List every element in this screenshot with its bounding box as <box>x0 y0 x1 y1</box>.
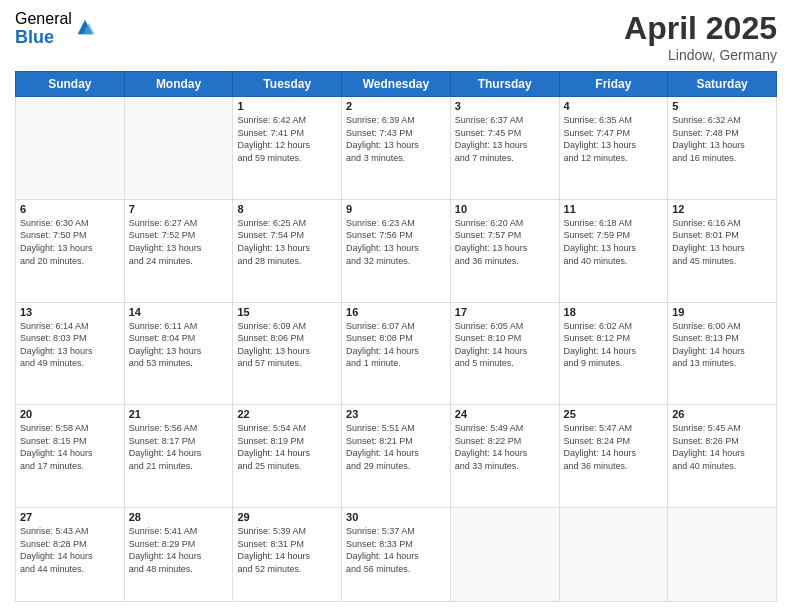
calendar-week-row: 20Sunrise: 5:58 AM Sunset: 8:15 PM Dayli… <box>16 405 777 508</box>
day-info: Sunrise: 5:54 AM Sunset: 8:19 PM Dayligh… <box>237 422 337 472</box>
calendar-day-cell: 7Sunrise: 6:27 AM Sunset: 7:52 PM Daylig… <box>124 199 233 302</box>
day-number: 14 <box>129 306 229 318</box>
calendar-table: SundayMondayTuesdayWednesdayThursdayFrid… <box>15 71 777 602</box>
calendar-day-cell: 23Sunrise: 5:51 AM Sunset: 8:21 PM Dayli… <box>342 405 451 508</box>
calendar-day-cell: 3Sunrise: 6:37 AM Sunset: 7:45 PM Daylig… <box>450 97 559 200</box>
day-info: Sunrise: 5:39 AM Sunset: 8:31 PM Dayligh… <box>237 525 337 575</box>
calendar-day-cell: 20Sunrise: 5:58 AM Sunset: 8:15 PM Dayli… <box>16 405 125 508</box>
day-number: 22 <box>237 408 337 420</box>
calendar-day-cell: 29Sunrise: 5:39 AM Sunset: 8:31 PM Dayli… <box>233 508 342 602</box>
day-info: Sunrise: 6:14 AM Sunset: 8:03 PM Dayligh… <box>20 320 120 370</box>
calendar-day-cell: 21Sunrise: 5:56 AM Sunset: 8:17 PM Dayli… <box>124 405 233 508</box>
page: General Blue April 2025 Lindow, Germany … <box>0 0 792 612</box>
day-info: Sunrise: 6:25 AM Sunset: 7:54 PM Dayligh… <box>237 217 337 267</box>
calendar-day-cell: 1Sunrise: 6:42 AM Sunset: 7:41 PM Daylig… <box>233 97 342 200</box>
calendar-day-cell: 24Sunrise: 5:49 AM Sunset: 8:22 PM Dayli… <box>450 405 559 508</box>
day-number: 24 <box>455 408 555 420</box>
day-info: Sunrise: 5:51 AM Sunset: 8:21 PM Dayligh… <box>346 422 446 472</box>
day-number: 27 <box>20 511 120 523</box>
day-number: 20 <box>20 408 120 420</box>
day-info: Sunrise: 6:30 AM Sunset: 7:50 PM Dayligh… <box>20 217 120 267</box>
day-info: Sunrise: 5:47 AM Sunset: 8:24 PM Dayligh… <box>564 422 664 472</box>
day-header-monday: Monday <box>124 72 233 97</box>
day-number: 15 <box>237 306 337 318</box>
calendar-week-row: 27Sunrise: 5:43 AM Sunset: 8:28 PM Dayli… <box>16 508 777 602</box>
calendar-day-cell <box>16 97 125 200</box>
day-info: Sunrise: 6:09 AM Sunset: 8:06 PM Dayligh… <box>237 320 337 370</box>
header: General Blue April 2025 Lindow, Germany <box>15 10 777 63</box>
day-number: 25 <box>564 408 664 420</box>
day-number: 17 <box>455 306 555 318</box>
day-header-saturday: Saturday <box>668 72 777 97</box>
day-number: 10 <box>455 203 555 215</box>
day-info: Sunrise: 6:32 AM Sunset: 7:48 PM Dayligh… <box>672 114 772 164</box>
day-number: 11 <box>564 203 664 215</box>
day-header-friday: Friday <box>559 72 668 97</box>
calendar-day-cell: 11Sunrise: 6:18 AM Sunset: 7:59 PM Dayli… <box>559 199 668 302</box>
day-header-thursday: Thursday <box>450 72 559 97</box>
calendar-day-cell: 5Sunrise: 6:32 AM Sunset: 7:48 PM Daylig… <box>668 97 777 200</box>
calendar-day-cell: 9Sunrise: 6:23 AM Sunset: 7:56 PM Daylig… <box>342 199 451 302</box>
day-info: Sunrise: 6:35 AM Sunset: 7:47 PM Dayligh… <box>564 114 664 164</box>
calendar-day-cell: 25Sunrise: 5:47 AM Sunset: 8:24 PM Dayli… <box>559 405 668 508</box>
day-number: 4 <box>564 100 664 112</box>
day-number: 28 <box>129 511 229 523</box>
calendar-day-cell: 18Sunrise: 6:02 AM Sunset: 8:12 PM Dayli… <box>559 302 668 405</box>
day-number: 30 <box>346 511 446 523</box>
day-info: Sunrise: 5:37 AM Sunset: 8:33 PM Dayligh… <box>346 525 446 575</box>
logo: General Blue <box>15 10 96 47</box>
day-number: 3 <box>455 100 555 112</box>
day-info: Sunrise: 5:58 AM Sunset: 8:15 PM Dayligh… <box>20 422 120 472</box>
day-info: Sunrise: 6:02 AM Sunset: 8:12 PM Dayligh… <box>564 320 664 370</box>
calendar-day-cell <box>124 97 233 200</box>
calendar-day-cell: 19Sunrise: 6:00 AM Sunset: 8:13 PM Dayli… <box>668 302 777 405</box>
day-number: 6 <box>20 203 120 215</box>
calendar-day-cell: 17Sunrise: 6:05 AM Sunset: 8:10 PM Dayli… <box>450 302 559 405</box>
day-number: 19 <box>672 306 772 318</box>
calendar-day-cell: 2Sunrise: 6:39 AM Sunset: 7:43 PM Daylig… <box>342 97 451 200</box>
day-number: 18 <box>564 306 664 318</box>
day-number: 21 <box>129 408 229 420</box>
day-header-wednesday: Wednesday <box>342 72 451 97</box>
day-header-sunday: Sunday <box>16 72 125 97</box>
calendar-week-row: 1Sunrise: 6:42 AM Sunset: 7:41 PM Daylig… <box>16 97 777 200</box>
day-info: Sunrise: 5:43 AM Sunset: 8:28 PM Dayligh… <box>20 525 120 575</box>
day-number: 12 <box>672 203 772 215</box>
calendar-day-cell: 27Sunrise: 5:43 AM Sunset: 8:28 PM Dayli… <box>16 508 125 602</box>
day-number: 26 <box>672 408 772 420</box>
day-number: 29 <box>237 511 337 523</box>
day-number: 23 <box>346 408 446 420</box>
calendar-day-cell: 15Sunrise: 6:09 AM Sunset: 8:06 PM Dayli… <box>233 302 342 405</box>
day-info: Sunrise: 6:42 AM Sunset: 7:41 PM Dayligh… <box>237 114 337 164</box>
day-header-tuesday: Tuesday <box>233 72 342 97</box>
calendar-day-cell <box>559 508 668 602</box>
calendar-day-cell: 6Sunrise: 6:30 AM Sunset: 7:50 PM Daylig… <box>16 199 125 302</box>
day-info: Sunrise: 6:16 AM Sunset: 8:01 PM Dayligh… <box>672 217 772 267</box>
logo-icon <box>74 16 96 38</box>
calendar-week-row: 6Sunrise: 6:30 AM Sunset: 7:50 PM Daylig… <box>16 199 777 302</box>
calendar-day-cell: 22Sunrise: 5:54 AM Sunset: 8:19 PM Dayli… <box>233 405 342 508</box>
day-number: 2 <box>346 100 446 112</box>
day-info: Sunrise: 6:20 AM Sunset: 7:57 PM Dayligh… <box>455 217 555 267</box>
day-number: 13 <box>20 306 120 318</box>
day-number: 16 <box>346 306 446 318</box>
day-info: Sunrise: 6:07 AM Sunset: 8:08 PM Dayligh… <box>346 320 446 370</box>
calendar-week-row: 13Sunrise: 6:14 AM Sunset: 8:03 PM Dayli… <box>16 302 777 405</box>
calendar-day-cell: 13Sunrise: 6:14 AM Sunset: 8:03 PM Dayli… <box>16 302 125 405</box>
calendar-day-cell <box>668 508 777 602</box>
day-info: Sunrise: 6:27 AM Sunset: 7:52 PM Dayligh… <box>129 217 229 267</box>
logo-blue: Blue <box>15 28 72 48</box>
day-info: Sunrise: 6:05 AM Sunset: 8:10 PM Dayligh… <box>455 320 555 370</box>
day-info: Sunrise: 6:11 AM Sunset: 8:04 PM Dayligh… <box>129 320 229 370</box>
logo-text: General Blue <box>15 10 72 47</box>
calendar-day-cell: 10Sunrise: 6:20 AM Sunset: 7:57 PM Dayli… <box>450 199 559 302</box>
calendar-header-row: SundayMondayTuesdayWednesdayThursdayFrid… <box>16 72 777 97</box>
calendar-day-cell: 30Sunrise: 5:37 AM Sunset: 8:33 PM Dayli… <box>342 508 451 602</box>
calendar-day-cell: 14Sunrise: 6:11 AM Sunset: 8:04 PM Dayli… <box>124 302 233 405</box>
day-number: 1 <box>237 100 337 112</box>
day-info: Sunrise: 6:23 AM Sunset: 7:56 PM Dayligh… <box>346 217 446 267</box>
calendar-day-cell <box>450 508 559 602</box>
calendar-day-cell: 12Sunrise: 6:16 AM Sunset: 8:01 PM Dayli… <box>668 199 777 302</box>
day-info: Sunrise: 6:37 AM Sunset: 7:45 PM Dayligh… <box>455 114 555 164</box>
day-info: Sunrise: 5:56 AM Sunset: 8:17 PM Dayligh… <box>129 422 229 472</box>
